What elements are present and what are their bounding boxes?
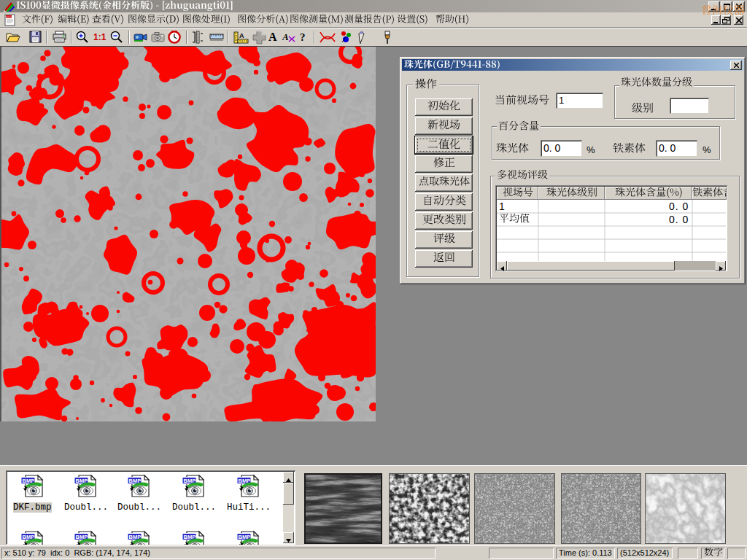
svg-text:DOC: DOC	[6, 15, 12, 19]
svg-text:A: A	[268, 31, 277, 43]
svg-text:A: A	[239, 32, 244, 39]
svg-text:1:1: 1:1	[93, 32, 106, 42]
svg-text:A: A	[282, 31, 289, 42]
svg-text:?: ?	[300, 31, 306, 43]
